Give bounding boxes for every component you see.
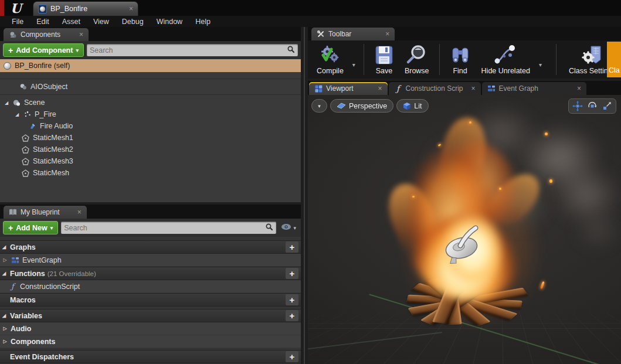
close-icon[interactable]: × — [77, 209, 82, 216]
functions-section-header[interactable]: ◢ Functions (21 Overridable) + — [0, 267, 301, 280]
tree-row-p-fire[interactable]: ◢ P_Fire — [0, 108, 301, 120]
tab-my-blueprint[interactable]: My Blueprint × — [4, 206, 87, 219]
expanded-arrow-icon[interactable]: ◢ — [2, 271, 8, 276]
close-icon[interactable]: × — [577, 85, 581, 92]
particle-sprite-gizmo[interactable] — [438, 215, 487, 269]
add-variable-button[interactable]: + — [286, 310, 298, 321]
macros-section-header[interactable]: Macros + — [0, 293, 301, 307]
macros-header-label: Macros — [10, 296, 36, 304]
translate-tool-button[interactable] — [571, 100, 584, 113]
menu-edit[interactable]: Edit — [30, 18, 56, 26]
event-graph-item[interactable]: ▷ EventGraph — [0, 254, 301, 267]
compile-gears-icon — [318, 45, 342, 66]
tree-row-aiosubject[interactable]: AIOSubject — [0, 81, 301, 93]
menu-asset[interactable]: Asset — [56, 18, 87, 26]
construction-script-item[interactable]: ƒ ConstructionScript — [0, 280, 301, 293]
my-blueprint-search-input[interactable] — [64, 224, 265, 232]
browse-button[interactable]: Browse — [399, 42, 435, 77]
close-icon[interactable]: × — [471, 85, 476, 92]
variables-category-audio[interactable]: ▷ Audio — [0, 322, 301, 335]
close-icon[interactable]: × — [79, 31, 83, 38]
variables-category-components[interactable]: ▷ Components — [0, 335, 301, 348]
asset-tab-bp-bonfire[interactable]: BP_Bonfire × — [33, 1, 138, 16]
expanded-arrow-icon[interactable]: ◢ — [4, 100, 9, 106]
tab-components[interactable]: Components × — [4, 28, 89, 41]
menu-help[interactable]: Help — [189, 18, 217, 26]
chevron-down-icon: ▾ — [76, 47, 79, 53]
add-function-button[interactable]: + — [286, 268, 298, 279]
close-icon[interactable]: × — [385, 30, 389, 38]
3d-viewport[interactable]: ▾ Perspective Lit — [308, 95, 621, 364]
components-search-box[interactable] — [87, 44, 298, 56]
hide-unrelated-options-dropdown[interactable]: ▾ — [535, 62, 545, 68]
collapsed-arrow-icon[interactable]: ▷ — [2, 257, 8, 263]
expanded-arrow-icon[interactable]: ◢ — [2, 244, 8, 250]
my-blueprint-toolbar: + Add New ▾ ▾ — [0, 219, 301, 237]
static-mesh-icon — [21, 145, 30, 154]
scale-tool-button[interactable] — [600, 100, 613, 113]
save-button[interactable]: Save — [369, 42, 399, 77]
add-graph-button[interactable]: + — [286, 241, 298, 253]
menu-window[interactable]: Window — [150, 18, 189, 26]
tab-viewport[interactable]: Viewport × — [309, 82, 388, 95]
add-component-button[interactable]: + Add Component ▾ — [3, 43, 84, 57]
class-defaults-button-clipped[interactable]: Cla — [607, 42, 621, 77]
menu-debug[interactable]: Debug — [116, 18, 150, 26]
close-icon[interactable]: × — [378, 85, 382, 92]
tab-construction-script-label: Construction Scrip — [406, 84, 463, 93]
chevron-down-icon: ▾ — [50, 225, 53, 231]
compile-options-dropdown[interactable]: ▾ — [349, 62, 359, 68]
tab-toolbar[interactable]: Toolbar × — [311, 28, 395, 40]
add-new-button[interactable]: + Add New ▾ — [3, 221, 58, 234]
hide-unrelated-button[interactable]: Hide Unrelated — [476, 42, 535, 77]
my-blueprint-search-box[interactable] — [61, 222, 276, 234]
event-dispatchers-section-header[interactable]: Event Dispatchers + — [0, 350, 301, 363]
visibility-filter-button[interactable]: ▾ — [279, 223, 298, 232]
components-search-input[interactable] — [90, 46, 287, 55]
find-button[interactable]: Find — [444, 42, 476, 77]
find-label: Find — [453, 67, 467, 75]
plus-icon: + — [8, 223, 13, 233]
tree-row-staticmesh3[interactable]: StaticMesh3 — [0, 155, 301, 167]
transform-tool-buttons — [568, 98, 616, 114]
variables-section-header[interactable]: ◢ Variables + — [0, 309, 301, 322]
add-macro-button[interactable]: + — [286, 294, 298, 305]
expanded-arrow-icon[interactable]: ◢ — [2, 313, 8, 318]
right-panel-column: Toolbar × Compile ▾ — [308, 27, 621, 364]
tab-my-blueprint-label: My Blueprint — [21, 208, 60, 216]
functions-header-label: Functions — [10, 270, 45, 278]
toolbar-tab-strip: Toolbar × — [308, 27, 621, 40]
components-tree: BP_Bonfire (self) AIOSubject ◢ — [0, 59, 301, 202]
compile-button[interactable]: Compile — [311, 42, 349, 77]
perspective-button[interactable]: Perspective — [330, 99, 393, 113]
tree-row-staticmesh2[interactable]: StaticMesh2 — [0, 144, 301, 155]
collapsed-arrow-icon[interactable]: ▷ — [2, 326, 8, 331]
menu-file[interactable]: File — [5, 18, 30, 26]
graphs-section-header[interactable]: ◢ Graphs + — [0, 240, 301, 254]
my-blueprint-panel: My Blueprint × + Add New ▾ — [0, 205, 301, 364]
collapsed-arrow-icon[interactable]: ▷ — [2, 339, 8, 344]
menu-view[interactable]: View — [87, 18, 116, 26]
tree-row-fire-audio[interactable]: Fire Audio — [0, 120, 301, 132]
my-blueprint-list: ◢ Graphs + ▷ EventGraph ◢ Functions — [0, 237, 301, 364]
lit-button[interactable]: Lit — [396, 99, 428, 113]
viewport-controls: ▾ Perspective Lit — [311, 99, 429, 113]
viewport-options-button[interactable]: ▾ — [311, 99, 327, 113]
tree-row-self-selected[interactable]: BP_Bonfire (self) — [0, 59, 301, 72]
tree-row-staticmesh[interactable]: StaticMesh — [0, 167, 301, 179]
components-toolbar: + Add Component ▾ — [0, 41, 301, 59]
tree-row-staticmesh1[interactable]: StaticMesh1 — [0, 132, 301, 144]
static-mesh-icon — [21, 169, 30, 178]
tab-event-graph[interactable]: Event Graph × — [482, 82, 586, 95]
tree-row-scene[interactable]: ◢ Scene — [0, 97, 301, 108]
close-icon[interactable]: × — [129, 5, 133, 12]
rotate-tool-button[interactable] — [586, 100, 599, 113]
search-icon — [265, 223, 273, 233]
tab-event-graph-label: Event Graph — [499, 84, 538, 93]
expanded-arrow-icon[interactable]: ◢ — [14, 112, 20, 117]
document-tab-strip: Viewport × ƒ Construction Scrip × Event … — [308, 81, 621, 95]
tab-construction-script[interactable]: ƒ Construction Scrip × — [389, 82, 481, 95]
panel-splitter[interactable] — [301, 27, 308, 364]
add-event-dispatcher-button[interactable]: + — [286, 351, 298, 362]
smoke-plume — [566, 203, 621, 256]
